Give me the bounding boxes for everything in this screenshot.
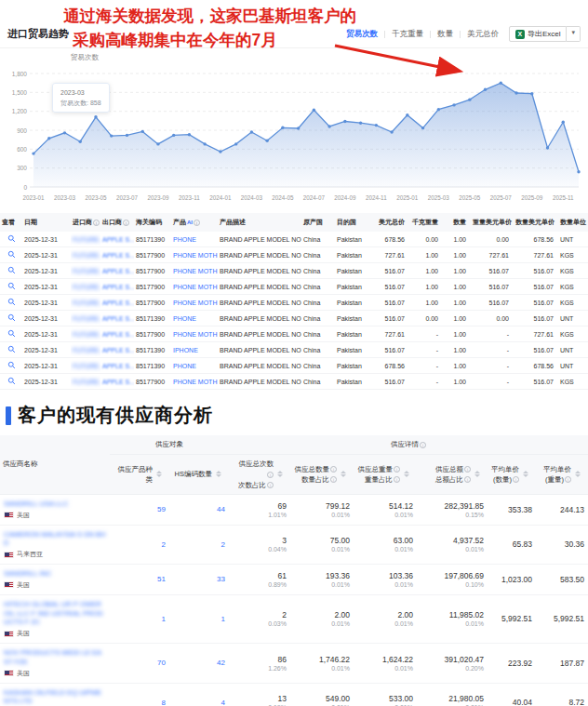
trade-cell: China [301,342,335,358]
info-icon[interactable]: i [394,466,400,473]
tab-4[interactable]: 美元总价 [467,29,499,40]
product-link[interactable]: PHONE [173,315,196,322]
product-link[interactable]: PHONE MOTHER [173,300,218,306]
info-icon[interactable]: i [93,220,100,226]
product-link[interactable]: IPHONE [173,347,198,353]
info-icon[interactable]: i [330,466,337,473]
sort-icon[interactable] [216,471,221,477]
search-icon[interactable] [7,282,16,290]
avg-price-qty-cell: 65.83 [488,525,536,565]
exporter-link[interactable]: APPLE S… [102,252,134,259]
exporter-link[interactable]: APPLE S… [102,347,134,353]
trade-cell: 727.61 [372,326,409,342]
trade-table-header: 查看日期进口商i出口商i海关编码产品AIi产品描述原产国目的国美元总价千克重量数… [0,213,588,232]
search-icon[interactable] [7,329,16,338]
product-link[interactable]: PHONE [173,363,196,369]
sort-icon[interactable] [341,471,346,477]
product-kinds-link[interactable]: 51 [157,575,166,583]
product-kinds-link[interactable]: 8 [162,699,166,706]
supplier-name-link[interactable]: SANDRILL INC [4,569,106,579]
importer-link[interactable]: FUTURE… [73,379,100,385]
exporter-link[interactable]: APPLE S… [102,331,134,338]
sort-icon[interactable] [277,471,283,477]
search-icon[interactable] [7,298,16,306]
trade-cell: APPLE S… [100,279,134,295]
supplier-name-link[interactable]: HITECH GLOBAL UR P OWER OIL LLC F IND US… [4,600,106,627]
info-icon[interactable]: i [565,476,571,483]
supplier-name-link[interactable]: NOV PRODUCTS MIDD LE EAST FZE [4,648,106,667]
trend-chart[interactable]: 2023-03 贸易次数: 858 03006009001,2001,5001,… [0,64,588,206]
trade-row: 2025-12-31FUTURE…APPLE S…85171390IPHONEB… [0,342,588,358]
product-link[interactable]: PHONE MOTHER [173,284,218,290]
exporter-link[interactable]: APPLE S… [102,236,134,243]
exporter-link[interactable]: APPLE S… [102,300,134,306]
export-excel-button[interactable]: X导出Excel [509,26,568,42]
export-dropdown-button[interactable]: ▾ [567,26,581,42]
hs-count-link[interactable]: 2 [221,540,225,549]
exporter-link[interactable]: APPLE S… [102,268,134,274]
hs-count-link[interactable]: 33 [217,575,225,583]
product-link[interactable]: PHONE MOTHER [173,268,218,274]
trade-cell: Pakistan [335,342,372,358]
importer-link[interactable]: FUTURE… [73,252,100,259]
importer-link[interactable]: FUTURE… [73,315,100,322]
hs-count-link[interactable]: 4 [221,699,225,706]
supplier-name-link[interactable]: CAMERON MALAYSIA S DN BHD [4,530,106,549]
tab-2[interactable]: 千克重量 [392,29,423,40]
supplier-name-link[interactable]: SANDRILL USA LLC [4,500,106,509]
flag-us-icon [4,512,14,518]
search-icon[interactable] [7,234,16,243]
info-icon[interactable]: i [123,220,129,226]
importer-link[interactable]: FUTURE… [73,268,100,274]
info-icon[interactable]: i [330,476,337,483]
trade-col-header: 美元总价 [372,213,409,232]
info-icon[interactable]: i [464,466,471,473]
sort-icon[interactable] [575,471,581,477]
importer-link[interactable]: FUTURE… [73,363,100,369]
product-link[interactable]: PHONE MOTHER [173,331,218,338]
search-icon[interactable] [7,313,16,322]
info-icon[interactable]: i [394,476,400,483]
tab-3[interactable]: 数量 [437,29,453,40]
trade-col-header: 目的国 [335,213,372,232]
product-kinds-link[interactable]: 70 [157,659,166,667]
product-link[interactable]: PHONE MOTHER [173,379,218,385]
search-icon[interactable] [7,377,16,385]
trade-cell: China [301,232,335,247]
product-kinds-link[interactable]: 1 [162,615,166,623]
hs-count-link[interactable]: 42 [217,659,225,667]
product-link[interactable]: PHONE [173,236,196,243]
product-kinds-link[interactable]: 59 [157,505,166,513]
search-icon[interactable] [7,361,16,369]
sort-icon[interactable] [404,471,409,477]
product-link[interactable]: PHONE MOTHER [173,252,218,259]
search-icon[interactable] [7,266,16,274]
info-icon[interactable]: i [513,476,519,483]
exporter-link[interactable]: APPLE S… [102,379,134,385]
info-icon[interactable]: i [420,442,426,448]
exporter-link[interactable]: APPLE S… [102,363,134,369]
importer-link[interactable]: FUTURE… [73,347,100,353]
info-icon[interactable]: i [194,220,200,226]
exporter-link[interactable]: APPLE S… [102,284,134,290]
sort-icon[interactable] [523,471,528,477]
supply-amount-cell: 21,980.050.01% [417,683,488,706]
trade-cell: FUTURE… [71,232,100,247]
search-icon[interactable] [7,250,16,259]
hs-count-link[interactable]: 44 [217,505,225,513]
info-icon[interactable]: i [267,472,274,478]
sort-icon[interactable] [474,471,480,477]
tab-1[interactable]: 贸易次数 [346,29,378,40]
importer-link[interactable]: FUTURE… [73,331,100,338]
info-icon[interactable]: i [267,482,274,488]
hs-count-link[interactable]: 1 [221,615,225,623]
product-kinds-link[interactable]: 2 [162,540,166,549]
search-icon[interactable] [7,345,16,353]
exporter-link[interactable]: APPLE S… [102,315,134,322]
info-icon[interactable]: i [464,476,471,483]
sort-icon[interactable] [156,471,162,477]
importer-link[interactable]: FUTURE… [73,300,100,306]
importer-link[interactable]: FUTURE… [73,284,100,290]
supplier-name-link[interactable]: KASHAN OILFIELD EQ UIPMENTS LTD [4,688,106,706]
importer-link[interactable]: FUTURE… [73,236,100,243]
